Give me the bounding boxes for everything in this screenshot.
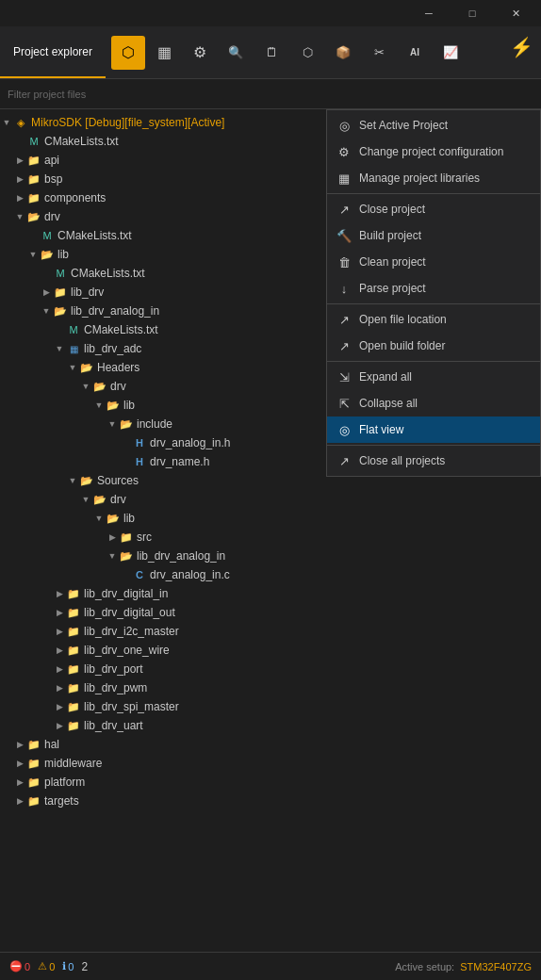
ctx-close-project-label: Close project [359,203,425,216]
search-icon[interactable]: 🔍 [219,36,253,70]
ctx-build-project-label: Build project [359,229,421,242]
list-item[interactable]: ▼ 📂 drv [0,490,324,509]
manage-libs-icon: ▦ [336,171,352,186]
tree-root[interactable]: ▼ ◈ MikroSDK [Debug][file_system][Active… [0,113,324,132]
list-item[interactable]: ▶ 📁 src [0,528,324,547]
box-icon[interactable]: 📦 [326,36,360,70]
list-item[interactable]: ▼ 📂 lib [0,245,324,264]
ctx-build-project[interactable]: 🔨 Build project [327,222,540,249]
list-item[interactable]: ▼ 📂 lib [0,509,324,528]
list-item[interactable]: ▶ 📁 lib_drv_pwm [0,678,324,697]
list-item[interactable]: ▶ 📁 platform [0,773,324,792]
list-item[interactable]: ▶ 📁 lib_drv_one_wire [0,641,324,660]
list-item[interactable]: ▶ 📁 bsp [0,170,324,188]
list-item[interactable]: ▶ 📁 lib_drv_i2c_master [0,622,324,641]
ctx-clean-project-label: Clean project [359,255,426,269]
set-active-icon: ◎ [336,118,352,133]
list-item[interactable]: ▶ 📁 targets [0,792,324,810]
active-setup-label: Active setup: [395,961,454,972]
list-item[interactable]: ▶ 📁 lib_drv_port [0,660,324,678]
ctx-close-all-projects[interactable]: ↗ Close all projects [327,448,540,474]
list-item[interactable]: ▶ 📁 api [0,151,324,170]
file-search-icon[interactable]: 🗒 [254,36,288,70]
warning-icon: ⚠ [38,960,47,972]
cube-icon[interactable]: ⬡ [290,36,324,70]
scissors-icon[interactable]: ✂ [362,36,396,70]
project-graph-icon[interactable]: ⬡ [111,36,145,70]
list-item[interactable]: ▼ 📂 Sources [0,471,324,490]
ctx-expand-all-label: Expand all [359,370,412,384]
list-item[interactable]: ▼ 📂 lib_drv_analog_in [0,547,324,565]
maximize-button[interactable]: □ [451,0,494,26]
close-button[interactable]: ✕ [494,0,537,26]
list-item[interactable]: ▶ 📁 middleware [0,754,324,773]
warning-count: 0 [49,961,55,972]
ctx-open-build-folder-label: Open build folder [359,339,445,352]
list-item[interactable]: ▼ 📂 drv [0,207,324,226]
ctx-set-active[interactable]: ◎ Set Active Project [327,112,540,139]
error-badge: ⛔ 0 [9,960,30,972]
list-item[interactable]: ▶ 📁 lib_drv_uart [0,716,324,735]
list-item[interactable]: C drv_analog_in.c [0,565,324,584]
list-item[interactable]: ▶ 📁 lib_drv [0,283,324,302]
extra-count: 2 [81,960,88,973]
list-item[interactable]: M CMakeLists.txt [0,264,324,283]
file-tree[interactable]: ▼ ◈ MikroSDK [Debug][file_system][Active… [0,109,324,952]
ctx-manage-libs-label: Manage project libraries [359,172,480,185]
context-menu: ◎ Set Active Project ⚙ Change project co… [326,109,541,477]
list-item[interactable]: ▶ 📁 hal [0,735,324,754]
ctx-flat-view[interactable]: ◎ Flat view [327,416,540,443]
ctx-open-file-location[interactable]: ↗ Open file location [327,306,540,333]
list-item[interactable]: ▶ 📁 lib_drv_spi_master [0,697,324,716]
change-config-icon: ⚙ [336,144,352,159]
ctx-open-file-location-label: Open file location [359,313,447,326]
info-count: 0 [68,961,74,972]
ctx-change-config[interactable]: ⚙ Change project configuration [327,139,540,165]
minimize-button[interactable]: ─ [407,0,451,26]
error-icon: ⛔ [9,960,23,972]
ctx-change-config-label: Change project configuration [359,145,503,158]
list-item[interactable]: ▼ ▦ lib_drv_adc [0,339,324,358]
list-item[interactable]: M CMakeLists.txt [0,132,324,151]
microchip-icon[interactable]: ⚙ [183,36,217,70]
open-build-folder-icon: ↗ [336,338,352,353]
close-all-projects-icon: ↗ [336,453,352,468]
status-bar: ⛔ 0 ⚠ 0 ℹ 0 2 Active setup: STM32F407ZG [0,952,541,980]
tab-label: Project explorer [13,45,92,58]
list-item[interactable]: ▼ 📂 drv [0,377,324,396]
ctx-close-project[interactable]: ↗ Close project [327,196,540,222]
status-right: Active setup: STM32F407ZG [395,961,532,972]
close-project-icon: ↗ [336,202,352,217]
filter-label: Filter project files [8,89,86,100]
root-label: MikroSDK [Debug][file_system][Active] [31,116,224,129]
ai-icon[interactable]: AI [398,36,432,70]
ctx-expand-all[interactable]: ⇲ Expand all [327,364,540,390]
main-content: ▼ ◈ MikroSDK [Debug][file_system][Active… [0,109,541,952]
ctx-open-build-folder[interactable]: ↗ Open build folder [327,333,540,359]
list-item[interactable]: ▼ 📂 Headers [0,358,324,377]
list-item[interactable]: ▼ 📂 lib [0,396,324,415]
list-item[interactable]: M CMakeLists.txt [0,320,324,339]
project-explorer-tab[interactable]: Project explorer [0,26,106,78]
ctx-collapse-all[interactable]: ⇱ Collapse all [327,390,540,416]
parse-project-icon: ↓ [336,281,352,296]
list-item[interactable]: M CMakeLists.txt [0,226,324,245]
ctx-separator-1 [327,193,540,194]
list-item[interactable]: H drv_name.h [0,452,324,471]
ctx-flat-view-label: Flat view [359,423,403,436]
list-item[interactable]: ▼ 📂 include [0,415,324,433]
list-item[interactable]: ▶ 📁 lib_drv_digital_out [0,603,324,622]
collapse-all-icon: ⇱ [336,396,352,411]
open-file-location-icon: ↗ [336,312,352,327]
list-item[interactable]: ▼ 📂 lib_drv_analog_in [0,302,324,320]
list-item[interactable]: ▶ 📁 lib_drv_digital_in [0,584,324,603]
grid-icon[interactable]: ▦ [147,36,181,70]
ctx-manage-libs[interactable]: ▦ Manage project libraries [327,165,540,191]
ctx-parse-project[interactable]: ↓ Parse project [327,275,540,302]
ctx-separator-2 [327,303,540,304]
list-item[interactable]: ▶ 📁 components [0,188,324,207]
title-bar: ─ □ ✕ [0,0,541,26]
chart-icon[interactable]: 📈 [434,36,467,70]
ctx-clean-project[interactable]: 🗑 Clean project [327,249,540,275]
list-item[interactable]: H drv_analog_in.h [0,433,324,452]
